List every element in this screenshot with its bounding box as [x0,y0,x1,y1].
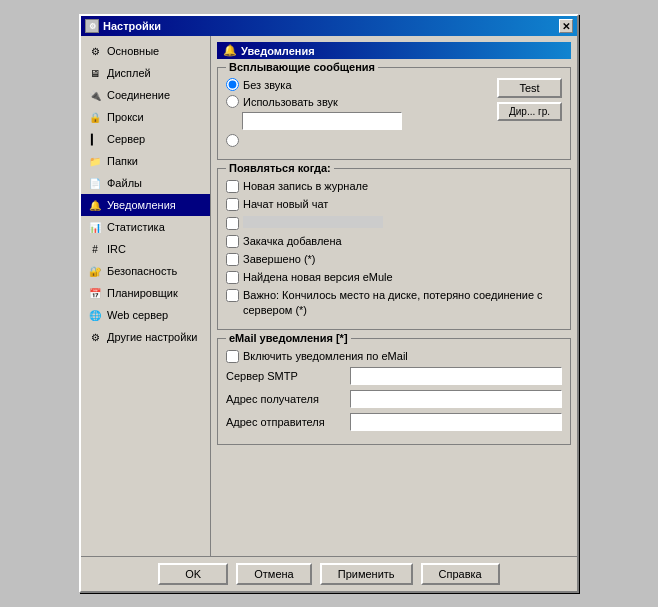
folders-icon: 📁 [87,153,103,169]
sidebar-item-display[interactable]: 🖥 Дисплей [81,62,210,84]
check-new-chat-input[interactable] [226,198,239,211]
notifications-icon: 🔔 [87,197,103,213]
sidebar-label-stats: Статистика [107,221,165,233]
sidebar-item-scheduler[interactable]: 📅 Планировщик [81,282,210,304]
sidebar-label-basic: Основные [107,45,159,57]
email-legend: eMail уведомления [*] [226,332,351,344]
main-content: ⚙ Основные 🖥 Дисплей 🔌 Соединение 🔒 Прок… [81,36,577,556]
check-done-input[interactable] [226,253,239,266]
check-unknown1-label [243,216,383,228]
smtp-label: Сервер SMTP [226,370,346,382]
sidebar-label-proxy: Прокси [107,111,144,123]
check-bookmark-label: Закачка добавлена [243,234,342,248]
appear-group: Появляться когда: Новая запись в журнале… [217,168,571,330]
display-icon: 🖥 [87,65,103,81]
check-new-version-label: Найдена новая версия eMule [243,270,393,284]
sender-row: Адрес отправителя [226,413,562,431]
sidebar-item-folders[interactable]: 📁 Папки [81,150,210,172]
apply-button[interactable]: Применить [320,563,413,585]
cancel-button[interactable]: Отмена [236,563,311,585]
sidebar-item-files[interactable]: 📄 Файлы [81,172,210,194]
sidebar-item-basic[interactable]: ⚙ Основные [81,40,210,62]
window-title: Настройки [103,20,161,32]
popup-group: Всплывающие сообщения Без звука Использо… [217,67,571,160]
connection-icon: 🔌 [87,87,103,103]
files-icon: 📄 [87,175,103,191]
recipient-input[interactable] [350,390,562,408]
check-new-log-label: Новая запись в журнале [243,179,368,193]
popup-legend: Всплывающие сообщения [226,61,378,73]
check-email-enable-row: Включить уведомления по eMail [226,349,562,363]
radio-custom[interactable] [226,134,239,147]
check-new-log-input[interactable] [226,180,239,193]
check-unknown1 [226,216,562,230]
close-button[interactable]: ✕ [559,19,573,33]
appear-legend: Появляться когда: [226,162,334,174]
smtp-input[interactable] [350,367,562,385]
sidebar-item-irc[interactable]: # IRC [81,238,210,260]
stats-icon: 📊 [87,219,103,235]
scheduler-icon: 📅 [87,285,103,301]
panel-title-icon: 🔔 [223,44,237,57]
sidebar-label-folders: Папки [107,155,138,167]
sidebar-label-server: Сервер [107,133,145,145]
email-group: eMail уведомления [*] Включить уведомлен… [217,338,571,445]
panel-title-bar: 🔔 Уведомления [217,42,571,59]
sidebar-item-stats[interactable]: 📊 Статистика [81,216,210,238]
sidebar-label-webserver: Web сервер [107,309,168,321]
file-input-row [242,112,489,130]
title-bar-left: ⚙ Настройки [85,19,161,33]
sidebar: ⚙ Основные 🖥 Дисплей 🔌 Соединение 🔒 Прок… [81,36,211,556]
sidebar-label-irc: IRC [107,243,126,255]
check-new-chat-label: Начат новый чат [243,197,328,211]
check-new-chat: Начат новый чат [226,197,562,211]
sender-label: Адрес отправителя [226,416,346,428]
check-email-enable-label: Включить уведомления по eMail [243,349,408,363]
test-button[interactable]: Test [497,78,562,98]
check-bookmark: Закачка добавлена [226,234,562,248]
sidebar-label-scheduler: Планировщик [107,287,178,299]
check-new-log: Новая запись в журнале [226,179,562,193]
radio-no-sound-label: Без звука [243,79,292,91]
help-button[interactable]: Справка [421,563,500,585]
smtp-row: Сервер SMTP [226,367,562,385]
radio-use-sound[interactable] [226,95,239,108]
check-unknown1-input[interactable] [226,217,239,230]
check-email-enable-input[interactable] [226,350,239,363]
file-browse-button[interactable]: Дир... гр. [497,102,562,121]
radio-use-sound-row: Использовать звук [226,95,489,108]
check-bookmark-input[interactable] [226,235,239,248]
ok-button[interactable]: OK [158,563,228,585]
appear-content: Новая запись в журнале Начат новый чат З… [226,179,562,317]
sidebar-item-proxy[interactable]: 🔒 Прокси [81,106,210,128]
sidebar-item-security[interactable]: 🔐 Безопасность [81,260,210,282]
sidebar-item-connection[interactable]: 🔌 Соединение [81,84,210,106]
check-disk-full-input[interactable] [226,289,239,302]
sender-input[interactable] [350,413,562,431]
other-icon: ⚙ [87,329,103,345]
settings-window: ⚙ Настройки ✕ ⚙ Основные 🖥 Дисплей 🔌 Сое… [79,14,579,593]
sidebar-label-connection: Соединение [107,89,170,101]
bottom-bar: OK Отмена Применить Справка [81,556,577,591]
radio-use-sound-label: Использовать звук [243,96,338,108]
irc-icon: # [87,241,103,257]
check-new-version-input[interactable] [226,271,239,284]
panel-title: Уведомления [241,45,315,57]
sidebar-item-server[interactable]: ▎ Сервер [81,128,210,150]
check-disk-full: Важно: Кончилось место на диске, потерян… [226,288,562,317]
sidebar-item-webserver[interactable]: 🌐 Web сервер [81,304,210,326]
radio-no-sound[interactable] [226,78,239,91]
sound-buttons: Test Дир... гр. [497,78,562,151]
title-bar: ⚙ Настройки ✕ [81,16,577,36]
sidebar-item-notifications[interactable]: 🔔 Уведомления [81,194,210,216]
sidebar-label-other: Другие настройки [107,331,197,343]
sidebar-label-files: Файлы [107,177,142,189]
sound-file-input[interactable] [242,112,402,130]
sidebar-item-other[interactable]: ⚙ Другие настройки [81,326,210,348]
security-icon: 🔐 [87,263,103,279]
webserver-icon: 🌐 [87,307,103,323]
server-icon: ▎ [87,131,103,147]
sidebar-label-security: Безопасность [107,265,177,277]
proxy-icon: 🔒 [87,109,103,125]
check-done: Завершено (*) [226,252,562,266]
